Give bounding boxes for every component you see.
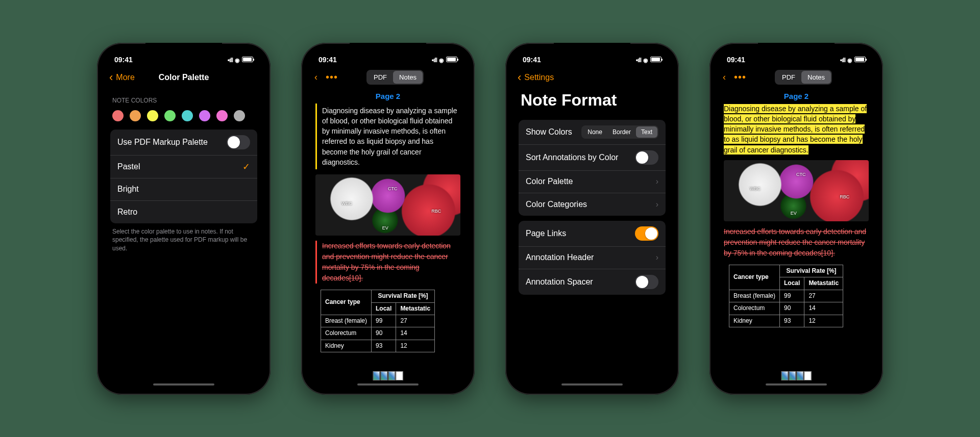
- swatch-yellow[interactable]: [147, 110, 158, 121]
- back-button[interactable]: Settings: [524, 73, 554, 82]
- swatch-cyan[interactable]: [182, 110, 193, 121]
- seg-none[interactable]: None: [582, 126, 607, 138]
- nav-bar: ‹ More Color Palette: [103, 66, 264, 89]
- battery-icon: [242, 57, 253, 62]
- phone-color-palette: 09:41 ‹ More Color Palette NOTE COLORS: [97, 43, 271, 395]
- img-label-rbc: RBC: [840, 194, 849, 200]
- th-cancer-type: Cancer type: [321, 290, 372, 315]
- cell-annotation-spacer[interactable]: Annotation Spacer: [519, 269, 666, 295]
- back-chevron-icon[interactable]: ‹: [109, 71, 113, 84]
- home-indicator[interactable]: [561, 383, 623, 385]
- back-chevron-icon[interactable]: ‹: [314, 72, 317, 83]
- page-thumbnails[interactable]: [781, 371, 812, 380]
- page-thumbnails[interactable]: [373, 371, 403, 380]
- swatch-orange[interactable]: [130, 110, 141, 121]
- view-segment[interactable]: PDF Notes: [775, 70, 832, 85]
- img-label-ctc: CTC: [388, 186, 398, 192]
- status-time: 09:41: [523, 56, 541, 64]
- table-row: Kidney9312: [321, 340, 435, 352]
- status-time: 09:41: [727, 56, 745, 64]
- cell-sort-annotations[interactable]: Sort Annotations by Color: [519, 145, 666, 171]
- survival-table: Cancer typeSurvival Rate [%] LocalMetast…: [321, 290, 435, 352]
- battery-icon: [854, 57, 866, 62]
- back-button[interactable]: More: [116, 73, 134, 82]
- highlight-annotation-text[interactable]: Diagnosing disease by analyzing a sample…: [724, 104, 869, 155]
- seg-text[interactable]: Text: [636, 126, 657, 138]
- cell-color-palette[interactable]: Color Palette ›: [519, 171, 666, 193]
- page-link[interactable]: Page 2: [307, 89, 469, 104]
- view-segment[interactable]: PDF Notes: [366, 70, 424, 85]
- phone-notes-border: 09:41 ‹ ••• PDF Notes Page 2 Diagnosing …: [301, 43, 475, 395]
- toggle-sort[interactable]: [635, 150, 658, 165]
- phone-note-format: 09:41 ‹ Settings Note Format Show Colors…: [505, 43, 679, 395]
- table-row: Breast (female)9927: [729, 290, 843, 302]
- status-time: 09:41: [114, 56, 133, 64]
- chevron-right-icon: ›: [656, 177, 658, 186]
- note-body: Diagnosing disease by analyzing a sample…: [716, 104, 877, 327]
- swatch-red[interactable]: [112, 110, 124, 121]
- checkmark-icon: ✓: [242, 161, 250, 172]
- th-local: Local: [372, 302, 396, 315]
- notes-toolbar: ‹ ••• PDF Notes: [307, 66, 469, 89]
- cell-label: Annotation Header: [526, 253, 594, 262]
- cell-label: Bright: [117, 185, 139, 194]
- status-time: 09:41: [318, 56, 337, 64]
- th-survival: Survival Rate [%]: [780, 265, 843, 277]
- signal-icon: [840, 56, 845, 64]
- cell-label: Annotation Spacer: [526, 277, 593, 287]
- strikeout-annotation[interactable]: Increased efforts towards early detectio…: [724, 226, 869, 259]
- table-row: Breast (female)9927: [321, 315, 435, 327]
- home-indicator[interactable]: [357, 383, 419, 385]
- show-colors-segment[interactable]: None Border Text: [581, 125, 658, 139]
- swatch-pink[interactable]: [216, 110, 228, 121]
- page-link[interactable]: Page 2: [716, 89, 877, 104]
- img-label-ctc: CTC: [796, 171, 806, 178]
- cell-page-links[interactable]: Page Links: [519, 221, 666, 247]
- cell-annotation-header[interactable]: Annotation Header ›: [519, 247, 666, 269]
- format-settings-group: Page Links Annotation Header › Annotatio…: [519, 221, 666, 295]
- phone-notes-text-color: 09:41 ‹ ••• PDF Notes Page 2 Diagnosing …: [709, 43, 883, 395]
- chevron-right-icon: ›: [656, 200, 658, 209]
- img-label-wbc: WBC: [750, 186, 761, 192]
- back-chevron-icon[interactable]: ‹: [518, 71, 521, 84]
- segment-pdf[interactable]: PDF: [776, 71, 801, 84]
- back-chevron-icon[interactable]: ‹: [723, 72, 726, 83]
- wifi-icon: [643, 56, 648, 64]
- seg-border[interactable]: Border: [607, 126, 636, 138]
- annotation-text: Diagnosing disease by analyzing a sample…: [724, 104, 867, 155]
- survival-table: Cancer typeSurvival Rate [%] LocalMetast…: [729, 265, 843, 327]
- battery-icon: [446, 57, 457, 62]
- more-icon[interactable]: •••: [734, 71, 746, 83]
- cell-label: Use PDF Markup Palette: [117, 138, 208, 147]
- segment-notes[interactable]: Notes: [393, 71, 423, 84]
- cell-use-markup-palette[interactable]: Use PDF Markup Palette: [110, 130, 257, 156]
- swatch-purple[interactable]: [199, 110, 210, 121]
- signal-icon: [432, 56, 437, 64]
- strikeout-annotation[interactable]: Increased efforts towards early detectio…: [315, 241, 460, 284]
- figure-image[interactable]: WBC CTC RBC EV: [724, 160, 869, 221]
- swatch-green[interactable]: [164, 110, 176, 121]
- home-indicator[interactable]: [153, 383, 214, 385]
- figure-image[interactable]: WBC CTC RBC EV: [315, 174, 460, 236]
- th-metastatic: Metastatic: [396, 302, 435, 315]
- strikeout-text: Increased efforts towards early detectio…: [724, 226, 869, 259]
- toggle-spacer[interactable]: [635, 275, 658, 289]
- cell-bright[interactable]: Bright: [110, 178, 257, 201]
- more-icon[interactable]: •••: [326, 71, 338, 83]
- segment-pdf[interactable]: PDF: [368, 71, 393, 84]
- cell-retro[interactable]: Retro: [110, 201, 257, 223]
- cell-color-categories[interactable]: Color Categories ›: [519, 193, 666, 216]
- signal-icon: [228, 56, 233, 64]
- highlight-annotation-border[interactable]: Diagnosing disease by analyzing a sample…: [315, 104, 460, 170]
- segment-notes[interactable]: Notes: [801, 71, 831, 84]
- th-metastatic: Metastatic: [804, 277, 843, 290]
- home-indicator[interactable]: [766, 383, 827, 385]
- wifi-icon: [235, 56, 240, 64]
- table-row: Colorectum9014: [321, 327, 435, 340]
- toggle-use-markup[interactable]: [227, 135, 250, 149]
- cell-pastel[interactable]: Pastel ✓: [110, 156, 257, 178]
- wifi-icon: [439, 56, 444, 64]
- toggle-page-links[interactable]: [635, 226, 658, 241]
- th-survival: Survival Rate [%]: [372, 290, 435, 302]
- swatch-gray[interactable]: [234, 110, 245, 121]
